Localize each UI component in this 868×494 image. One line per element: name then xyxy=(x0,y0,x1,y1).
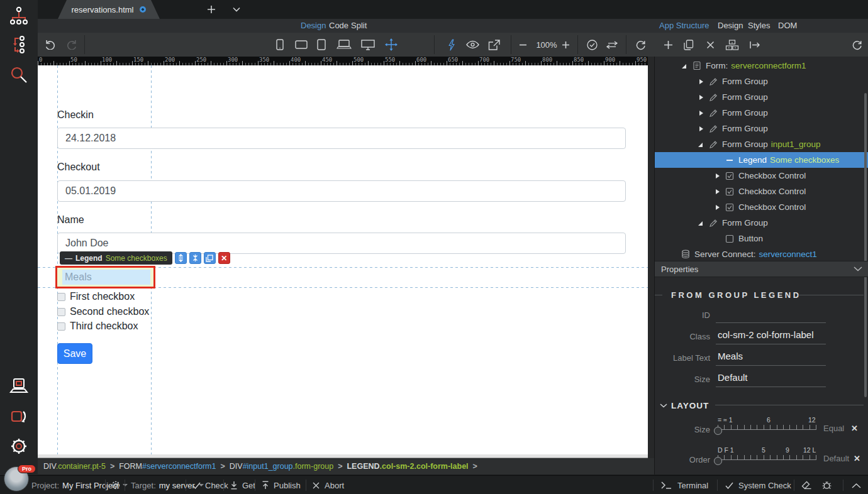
size-slider-knob[interactable] xyxy=(714,427,722,435)
tree-row-checkbox-control[interactable]: Checkbox Control xyxy=(655,199,868,215)
breadcrumb-segment[interactable]: FORM#serverconnectform1 xyxy=(119,462,216,471)
breadcrumb-segment[interactable]: DIV.container.pt-5 xyxy=(43,462,106,471)
checkbox[interactable] xyxy=(57,322,65,331)
prop-input-size[interactable] xyxy=(716,387,826,387)
tab-split[interactable]: Split xyxy=(351,19,367,33)
new-tab-button[interactable] xyxy=(206,0,216,19)
order-slider[interactable] xyxy=(718,455,816,460)
expand-arrow-icon[interactable] xyxy=(714,204,721,211)
get-button[interactable]: Get xyxy=(230,476,255,494)
open-in-browser-icon[interactable] xyxy=(486,33,502,57)
checkin-input[interactable] xyxy=(57,128,626,149)
panel-scrollbar-thumb[interactable] xyxy=(864,93,867,397)
move-up-button[interactable] xyxy=(175,252,187,264)
expand-arrow-icon[interactable] xyxy=(714,172,721,180)
tree-row-button[interactable]: Button xyxy=(655,231,868,246)
search-icon[interactable] xyxy=(8,65,30,86)
phone-view-icon[interactable] xyxy=(273,33,287,57)
delete-element-button[interactable] xyxy=(702,33,718,57)
undo-button[interactable] xyxy=(43,33,58,57)
move-down-button[interactable] xyxy=(189,252,201,264)
order-slider-knob[interactable] xyxy=(714,457,722,465)
canvas-scrollbar-gutter[interactable] xyxy=(648,57,654,475)
tree-row-legend[interactable]: LegendSome checkboxes xyxy=(655,152,868,168)
redo-button[interactable] xyxy=(64,33,79,57)
prop-input-label-text[interactable] xyxy=(716,365,826,366)
tree-row-form-group[interactable]: Form Group xyxy=(655,121,868,136)
zoom-level[interactable]: 100% xyxy=(533,33,560,57)
tree-row-checkbox-control[interactable]: Checkbox Control xyxy=(655,184,868,199)
validate-check-icon[interactable] xyxy=(584,33,600,57)
expand-arrow-icon[interactable] xyxy=(698,109,705,117)
legend-element[interactable]: Meals xyxy=(62,270,150,285)
panel-refresh-icon[interactable] xyxy=(848,33,865,57)
refresh-icon[interactable] xyxy=(632,33,649,57)
save-button[interactable]: Save xyxy=(57,343,92,364)
properties-header[interactable]: Properties xyxy=(655,261,868,277)
expand-arrow-icon[interactable] xyxy=(714,188,721,195)
add-element-button[interactable] xyxy=(660,33,676,57)
duplicate-button[interactable] xyxy=(681,33,697,57)
project-settings-gear-icon[interactable] xyxy=(111,476,121,494)
prop-value-size[interactable]: Default xyxy=(718,372,748,383)
collapse-arrow-icon[interactable] xyxy=(698,219,705,227)
debug-bug-icon[interactable] xyxy=(821,476,832,494)
expand-statusbar-chevron-icon[interactable] xyxy=(852,476,861,494)
selected-legend-outline[interactable]: Meals xyxy=(55,266,155,288)
tablet-portrait-view-icon[interactable] xyxy=(314,33,328,57)
components-package-icon[interactable] xyxy=(722,33,742,57)
expand-arrow-icon[interactable] xyxy=(698,78,705,85)
breadcrumb-segment[interactable]: LEGEND.col-sm-2.col-form-label xyxy=(347,462,468,471)
tab-panel-design[interactable]: Design xyxy=(718,19,743,33)
tab-design[interactable]: Design xyxy=(301,19,326,33)
tree-row-form[interactable]: Form:serverconnectform1 xyxy=(655,58,868,74)
laptop-view-icon[interactable] xyxy=(335,33,353,57)
abort-button[interactable]: Abort xyxy=(313,476,344,494)
duplicate-element-button[interactable] xyxy=(204,252,216,264)
tab-panel-styles[interactable]: Styles xyxy=(748,19,770,33)
docs-icon[interactable] xyxy=(8,376,30,397)
app-connect-lightning-icon[interactable] xyxy=(445,33,458,57)
tree-row-form-group[interactable]: Form Groupinput1_group xyxy=(655,136,868,152)
checkbox[interactable] xyxy=(57,293,65,301)
delete-element-button[interactable]: ✕ xyxy=(218,252,230,264)
size-slider[interactable] xyxy=(718,425,816,430)
chevron-down-icon[interactable] xyxy=(854,266,862,272)
tree-row-form-group[interactable]: Form Group xyxy=(655,74,868,89)
tree-row-form-group[interactable]: Form Group xyxy=(655,215,868,231)
system-check-button[interactable]: System Check xyxy=(725,476,791,494)
preview-eye-icon[interactable] xyxy=(464,33,481,57)
zoom-out-button[interactable] xyxy=(516,33,530,57)
tab-panel-dom[interactable]: DOM xyxy=(778,19,797,33)
file-tab[interactable]: reservations.html xyxy=(58,0,160,19)
tree-row-form-group[interactable]: Form Group xyxy=(655,89,868,105)
terminal-button[interactable]: Terminal xyxy=(661,476,708,494)
app-structure-icon[interactable] xyxy=(8,5,30,26)
desktop-view-icon[interactable] xyxy=(359,33,377,57)
tree-row-checkbox-control[interactable]: Checkbox Control xyxy=(655,168,868,184)
tree-row-form-group[interactable]: Form Group xyxy=(655,105,868,121)
resource-manager-icon[interactable] xyxy=(8,406,30,427)
prop-value-label-text[interactable]: Meals xyxy=(718,351,743,361)
checkbox[interactable] xyxy=(57,308,65,316)
name-input[interactable] xyxy=(57,233,626,254)
collapse-arrow-icon[interactable] xyxy=(681,62,689,70)
tab-code[interactable]: Code xyxy=(329,19,348,33)
settings-gear-icon[interactable] xyxy=(9,436,29,456)
breadcrumb-segment[interactable]: DIV#input1_group.form-group xyxy=(230,462,333,471)
size-reset-x-button[interactable]: ✕ xyxy=(851,424,858,433)
publish-button[interactable]: Publish xyxy=(262,476,301,494)
layout-section-chevron-icon[interactable] xyxy=(660,403,667,408)
expand-arrow-icon[interactable] xyxy=(698,125,705,133)
tree-row-server-connect[interactable]: Server Connect:serverconnect1 xyxy=(655,246,868,262)
prop-value-class[interactable]: col-sm-2 col-form-label xyxy=(718,329,814,340)
tab-list-chevron-icon[interactable] xyxy=(233,0,240,19)
zoom-in-button[interactable] xyxy=(559,33,572,57)
prop-input-id[interactable] xyxy=(716,322,826,323)
expand-arrow-icon[interactable] xyxy=(698,94,705,101)
tab-app-structure[interactable]: App Structure xyxy=(659,19,709,33)
collapse-panel-icon[interactable] xyxy=(746,33,764,57)
fluid-resize-icon[interactable] xyxy=(382,33,400,57)
swap-arrows-icon[interactable] xyxy=(603,33,621,57)
prop-input-class[interactable] xyxy=(716,344,826,344)
